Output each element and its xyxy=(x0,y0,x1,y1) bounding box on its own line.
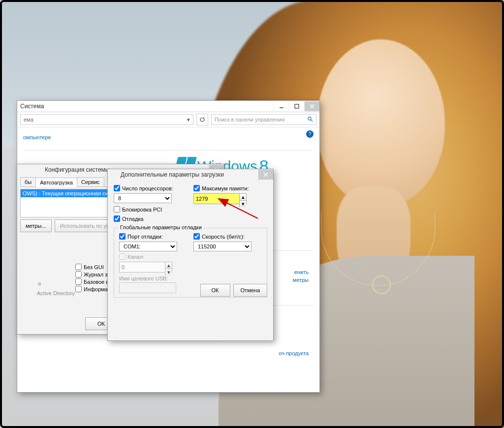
ad-label: Active Directory xyxy=(37,290,75,296)
boot-content: Число процессоров: Максимум памяти: 8 ▴▾… xyxy=(108,180,273,302)
msconfig-title: Конфигурация системы xyxy=(20,166,109,173)
pcilock-checkbox[interactable]: Блокировка PCI xyxy=(114,206,267,213)
numproc-checkbox[interactable]: Число процессоров: xyxy=(114,185,188,191)
chevron-down-icon[interactable]: ▾ xyxy=(187,117,190,123)
close-button[interactable] xyxy=(258,170,273,180)
close-button[interactable] xyxy=(304,101,319,111)
help-icon[interactable]: ? xyxy=(306,130,314,138)
minimize-button[interactable] xyxy=(274,101,289,111)
right-link-3[interactable]: оч продукта xyxy=(279,350,309,356)
boot-titlebar[interactable]: Дополнительные параметры загрузки xyxy=(108,169,273,180)
boot-title: Дополнительные параметры загрузки xyxy=(111,171,224,178)
channel-spinner: ▴▾ xyxy=(119,262,172,273)
usb-label: Имя целевого USB: xyxy=(119,275,262,281)
address-bar[interactable]: ема ▾ xyxy=(20,114,193,125)
search-input[interactable]: Поиск в панели управления xyxy=(211,114,316,125)
right-link-2[interactable]: метры xyxy=(293,277,309,283)
search-icon xyxy=(307,116,313,123)
ok-button[interactable]: ОК xyxy=(200,284,230,297)
svg-point-4 xyxy=(308,117,311,120)
maxmem-spinner[interactable]: ▴▾ xyxy=(193,193,247,204)
refresh-button[interactable] xyxy=(196,114,208,125)
debugport-select[interactable]: COM1: xyxy=(119,242,177,251)
system-titlebar[interactable]: Система xyxy=(17,101,319,112)
tab-boot[interactable]: Автозагрузка xyxy=(35,178,77,187)
spin-up-icon[interactable]: ▴ xyxy=(239,194,246,200)
system-toolbar: ема ▾ Поиск в панели управления xyxy=(17,112,319,127)
tab-services[interactable]: бы xyxy=(20,177,36,186)
maxmem-checkbox[interactable]: Максимум памяти: xyxy=(193,185,267,191)
spin-down-icon: ▾ xyxy=(165,269,172,275)
svg-rect-1 xyxy=(295,104,299,108)
stage: Система ема ▾ Поиск в панели управления xyxy=(0,0,504,428)
system-title: Система xyxy=(20,103,44,110)
search-placeholder: Поиск в панели управления xyxy=(215,117,284,122)
address-value: ема xyxy=(24,117,33,122)
channel-input xyxy=(120,262,165,272)
right-link-1[interactable]: енить xyxy=(294,269,309,275)
maximize-button[interactable] xyxy=(289,101,304,111)
spin-up-icon: ▴ xyxy=(165,262,172,269)
letter-a: а xyxy=(38,280,41,286)
channel-checkbox: Канал: xyxy=(119,253,262,260)
advanced-options-button[interactable]: метры... xyxy=(20,219,52,232)
computer-link[interactable]: омпьютере xyxy=(23,134,51,140)
debug-checkbox[interactable]: Отладка xyxy=(114,215,267,222)
boot-advanced-dialog: Дополнительные параметры загрузки Число … xyxy=(107,169,274,341)
tab-tools[interactable]: Сервис xyxy=(77,177,104,186)
maxmem-input[interactable] xyxy=(194,194,239,204)
cancel-button[interactable]: Отмена xyxy=(233,284,267,297)
svg-line-5 xyxy=(311,120,313,122)
usb-input xyxy=(119,282,176,293)
baud-checkbox[interactable]: Скорость (бит/с): xyxy=(193,233,262,240)
debug-group-legend: Глобальные параметры отладки xyxy=(118,224,204,230)
numproc-select[interactable]: 8 xyxy=(114,193,172,203)
debugport-checkbox[interactable]: Порт отладки: xyxy=(119,233,188,240)
baud-select[interactable]: 115200 xyxy=(193,242,252,251)
